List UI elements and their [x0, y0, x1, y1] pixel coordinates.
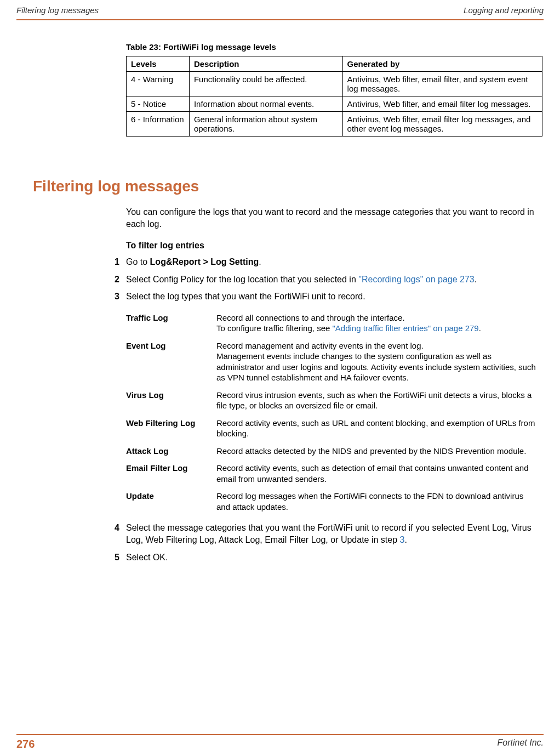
th-description: Description: [189, 56, 342, 72]
step-number: 3: [110, 291, 126, 303]
step-body: Select the log types that you want the F…: [126, 291, 542, 303]
content-area: Table 23: FortiWiFi log message levels L…: [0, 20, 560, 563]
step-body: Select the message categories that you w…: [126, 522, 542, 545]
logtype-row: Event Log Record management and activity…: [126, 337, 542, 386]
logtypes-table: Traffic Log Record all connections to an…: [126, 309, 542, 516]
logtype-row: Update Record log messages when the Fort…: [126, 487, 542, 515]
step-item: 5 Select OK.: [110, 552, 542, 564]
logtype-row: Attack Log Record attacks detected by th…: [126, 442, 542, 460]
logtype-name: Email Filter Log: [126, 459, 216, 487]
cell-desc: General information about system operati…: [189, 112, 342, 137]
step-item: 4 Select the message categories that you…: [110, 522, 542, 545]
logtype-text: .: [479, 323, 481, 333]
logtype-name: Attack Log: [126, 442, 216, 460]
table-row: 4 - Warning Functionality could be affec…: [127, 72, 542, 96]
page-number: 276: [16, 738, 35, 751]
th-levels: Levels: [127, 56, 190, 72]
step-body: Select OK.: [126, 552, 542, 564]
procedure-subhead: To filter log entries: [126, 241, 544, 251]
cell-level: 4 - Warning: [127, 72, 190, 96]
step-number: 2: [110, 274, 126, 286]
table-header-row: Levels Description Generated by: [127, 56, 542, 72]
cell-gen: Antivirus, Web filter, email filter log …: [342, 112, 542, 137]
table-row: 5 - Notice Information about normal even…: [127, 96, 542, 112]
step-number: 4: [110, 522, 126, 545]
levels-table: Levels Description Generated by 4 - Warn…: [126, 56, 542, 137]
intro-paragraph: You can configure the logs that you want…: [126, 206, 542, 230]
cross-ref-link[interactable]: "Recording logs" on page 273: [358, 275, 475, 284]
logtype-desc: Record activity events, such as URL and …: [216, 414, 542, 442]
step-body: Select Config Policy for the log locatio…: [126, 274, 542, 286]
step-text: Select Config Policy for the log locatio…: [126, 275, 358, 284]
cell-desc: Functionality could be affected.: [189, 72, 342, 96]
logtype-desc: Record log messages when the FortiWiFi c…: [216, 487, 542, 515]
cell-desc: Information about normal events.: [189, 96, 342, 112]
section-heading: Filtering log messages: [33, 178, 544, 195]
cell-level: 6 - Information: [127, 112, 190, 137]
step-item: 3 Select the log types that you want the…: [110, 291, 542, 303]
step-number: 1: [110, 256, 126, 268]
steps-list-continued: 4 Select the message categories that you…: [110, 522, 542, 563]
cell-gen: Antivirus, Web filter, email filter, and…: [342, 72, 542, 96]
table-row: 6 - Information General information abou…: [127, 112, 542, 137]
logtype-name: Traffic Log: [126, 309, 216, 337]
th-generated-by: Generated by: [342, 56, 542, 72]
footer-rule: [16, 734, 544, 735]
cell-level: 5 - Notice: [127, 96, 190, 112]
logtype-desc: Record management and activity events in…: [216, 337, 542, 386]
page-header: Filtering log messages Logging and repor…: [0, 0, 560, 19]
logtype-desc: Record attacks detected by the NIDS and …: [216, 442, 542, 460]
step-text: .: [404, 535, 407, 544]
step-text: Select the message categories that you w…: [126, 523, 532, 544]
logtype-row: Virus Log Record virus intrusion events,…: [126, 386, 542, 414]
menu-path: Log&Report > Log Setting: [150, 257, 259, 266]
page-footer: 276 Fortinet Inc.: [16, 738, 544, 751]
logtype-row: Web Filtering Log Record activity events…: [126, 414, 542, 442]
step-item: 2 Select Config Policy for the log locat…: [110, 274, 542, 286]
steps-list: 1 Go to Log&Report > Log Setting. 2 Sele…: [110, 256, 542, 303]
logtype-row: Traffic Log Record all connections to an…: [126, 309, 542, 337]
logtype-name: Event Log: [126, 337, 216, 386]
logtype-desc: Record activity events, such as detectio…: [216, 459, 542, 487]
company-name: Fortinet Inc.: [498, 738, 544, 751]
logtype-name: Update: [126, 487, 216, 515]
cross-ref-link[interactable]: "Adding traffic filter entries" on page …: [333, 323, 479, 333]
logtype-desc: Record all connections to and through th…: [216, 309, 542, 337]
header-right: Logging and reporting: [464, 5, 544, 15]
step-number: 5: [110, 552, 126, 564]
logtype-name: Web Filtering Log: [126, 414, 216, 442]
step-text: Go to: [126, 257, 150, 266]
step-body: Go to Log&Report > Log Setting.: [126, 256, 542, 268]
logtype-name: Virus Log: [126, 386, 216, 414]
logtype-row: Email Filter Log Record activity events,…: [126, 459, 542, 487]
header-left: Filtering log messages: [16, 5, 99, 15]
step-text: .: [259, 257, 261, 266]
table-caption: Table 23: FortiWiFi log message levels: [126, 42, 544, 52]
cell-gen: Antivirus, Web filter, and email filter …: [342, 96, 542, 112]
step-text: .: [475, 275, 477, 284]
logtype-desc: Record virus intrusion events, such as w…: [216, 386, 542, 414]
step-item: 1 Go to Log&Report > Log Setting.: [110, 256, 542, 268]
